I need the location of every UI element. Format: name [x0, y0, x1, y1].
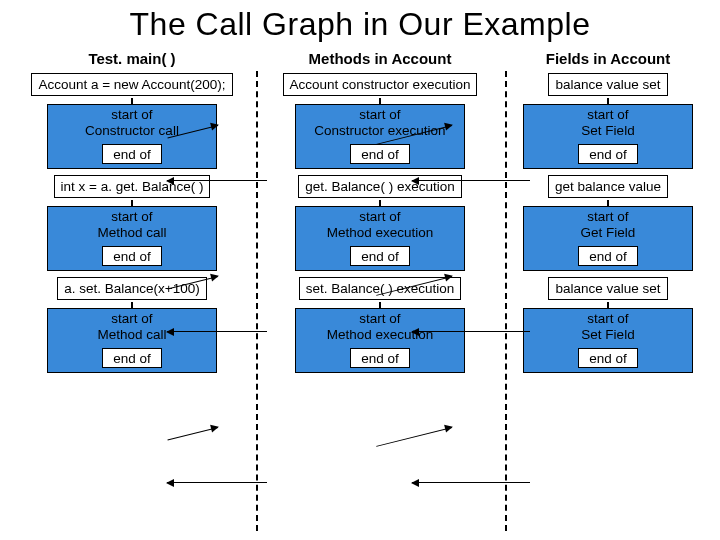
arrow-left-icon	[167, 427, 218, 441]
c1-r0: Account a = new Account(200); start of C…	[31, 73, 232, 169]
code-box: a. set. Balance(x+100)	[57, 277, 206, 300]
c3-r1: get balance value start of Get Field end…	[523, 175, 693, 271]
stack-label: start of Constructor execution	[314, 107, 445, 138]
slide-title: The Call Graph in Our Example	[12, 6, 708, 43]
end-box: end of	[102, 348, 162, 368]
c2-r1: get. Balance( ) execution start of Metho…	[295, 175, 465, 271]
stack-label: start of Set Field	[581, 311, 634, 342]
end-box: end of	[578, 246, 638, 266]
column-3: Fields in Account balance value set star…	[508, 47, 708, 379]
arrow-left-icon	[167, 482, 267, 483]
end-box: end of	[578, 348, 638, 368]
end-box: end of	[102, 144, 162, 164]
slide: The Call Graph in Our Example Test. main…	[0, 0, 720, 540]
stack-box: start of Set Field end of	[523, 308, 693, 373]
arrow-left-icon	[412, 180, 530, 181]
stack-label: start of Get Field	[581, 209, 636, 240]
stack-label: start of Constructor call	[85, 107, 179, 138]
end-box: end of	[350, 348, 410, 368]
divider-2	[505, 71, 507, 531]
stack-label: start of Method execution	[327, 311, 434, 342]
stack-label: start of Method call	[97, 209, 166, 240]
arrow-left-icon	[412, 331, 530, 332]
column-2: Methods in Account Account constructor e…	[260, 47, 500, 379]
stack-box: start of Method execution end of	[295, 308, 465, 373]
c1-r2: a. set. Balance(x+100) start of Method c…	[47, 277, 217, 373]
end-box: end of	[102, 246, 162, 266]
arrow-left-icon	[412, 482, 530, 483]
end-box: end of	[578, 144, 638, 164]
diagram-area: Test. main( ) Account a = new Account(20…	[12, 47, 708, 517]
stack-box: start of Method call end of	[47, 308, 217, 373]
column-2-title: Methods in Account	[309, 47, 452, 69]
stack-label: start of Set Field	[581, 107, 634, 138]
column-3-title: Fields in Account	[546, 47, 670, 69]
code-box: get. Balance( ) execution	[298, 175, 461, 198]
stack-box: start of Method execution end of	[295, 206, 465, 271]
arrow-left-icon	[376, 427, 452, 447]
c3-r2: balance value set start of Set Field end…	[523, 277, 693, 373]
code-box: balance value set	[548, 277, 667, 300]
code-box: Account a = new Account(200);	[31, 73, 232, 96]
stack-label: start of Method execution	[327, 209, 434, 240]
column-1-title: Test. main( )	[88, 47, 175, 69]
stack-box: start of Constructor execution end of	[295, 104, 465, 169]
end-box: end of	[350, 144, 410, 164]
code-box: int x = a. get. Balance( )	[54, 175, 211, 198]
code-box: balance value set	[548, 73, 667, 96]
c1-r1: int x = a. get. Balance( ) start of Meth…	[47, 175, 217, 271]
c2-r2: set. Balance( ) execution start of Metho…	[295, 277, 465, 373]
arrow-left-icon	[167, 180, 267, 181]
code-box: get balance value	[548, 175, 668, 198]
stack-box: start of Get Field end of	[523, 206, 693, 271]
stack-label: start of Method call	[97, 311, 166, 342]
stack-box: start of Set Field end of	[523, 104, 693, 169]
arrow-left-icon	[167, 331, 267, 332]
divider-1	[256, 71, 258, 531]
column-1: Test. main( ) Account a = new Account(20…	[12, 47, 252, 379]
stack-box: start of Constructor call end of	[47, 104, 217, 169]
code-box: Account constructor execution	[283, 73, 478, 96]
c3-r0: balance value set start of Set Field end…	[523, 73, 693, 169]
stack-box: start of Method call end of	[47, 206, 217, 271]
end-box: end of	[350, 246, 410, 266]
